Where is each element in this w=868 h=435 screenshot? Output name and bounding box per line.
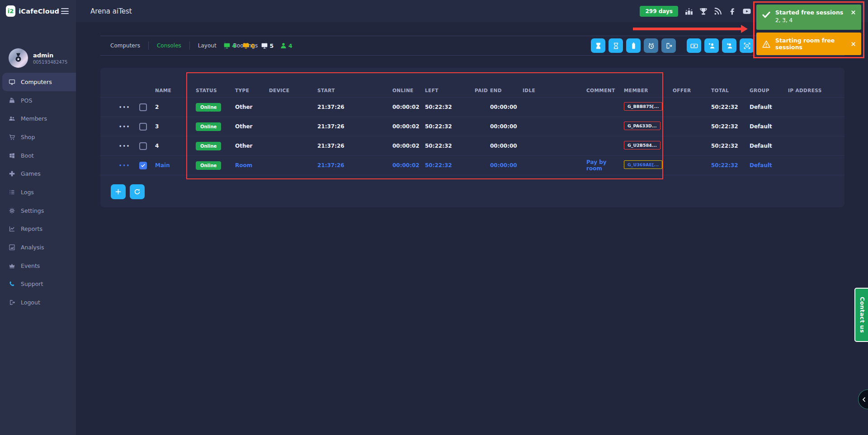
- cell-group: Default: [750, 143, 788, 149]
- member-badge[interactable]: G_BBB875[...: [624, 102, 662, 111]
- cell-left: 50:22:32: [425, 162, 475, 168]
- cell-end: 00:00:00: [490, 123, 523, 130]
- counter-monitor-2: 5: [261, 42, 274, 49]
- rss-icon[interactable]: [713, 7, 722, 16]
- table-row[interactable]: •••4OnlineOther21:37:2600:00:0250:22:320…: [100, 136, 844, 156]
- cell-member: G_U369AE[...: [624, 160, 673, 170]
- user-profile[interactable]: admin 005193482475: [9, 48, 67, 68]
- toast-stack: Started free sessions2, 3, 4Starting roo…: [753, 1, 864, 58]
- contact-us-button[interactable]: Contact us: [854, 288, 868, 342]
- cell-group: Default: [750, 104, 788, 110]
- hourglass-solid-button[interactable]: [591, 38, 605, 53]
- hourglass-outline-button[interactable]: [609, 38, 623, 53]
- cell-member: G_BBB875[...: [624, 102, 673, 112]
- row-checkbox-cell: [139, 142, 155, 150]
- sidebar-item-members[interactable]: Members: [0, 109, 76, 128]
- table-row[interactable]: •••3OnlineOther21:37:2600:00:0250:22:320…: [100, 117, 844, 136]
- social-links: [684, 7, 751, 16]
- cell-status: Online: [196, 142, 235, 150]
- trophy-icon[interactable]: [699, 7, 708, 16]
- status-badge: Online: [196, 161, 221, 170]
- sidebar-item-logs[interactable]: Logs: [0, 183, 76, 201]
- user-info: admin 005193482475: [33, 52, 67, 65]
- sidebar-item-pos[interactable]: POS: [0, 91, 76, 110]
- sidebar-item-computers[interactable]: Computers: [2, 73, 76, 91]
- crown-icon: [9, 262, 21, 269]
- table-row[interactable]: •••MainOnlineRoom21:37:2600:00:0250:22:3…: [100, 156, 844, 175]
- row-actions-button[interactable]: •••: [119, 144, 139, 149]
- sidebar-item-label: Support: [21, 281, 43, 287]
- row-actions-button[interactable]: •••: [119, 163, 139, 168]
- podium-icon[interactable]: [684, 7, 693, 16]
- cell-end: 00:00:00: [490, 162, 523, 168]
- battery-button[interactable]: [626, 38, 641, 53]
- sidebar-item-games[interactable]: Games: [0, 164, 76, 183]
- user-plus-button[interactable]: [722, 38, 736, 53]
- user-star-button[interactable]: [704, 38, 719, 53]
- toast-close-button[interactable]: [850, 41, 857, 47]
- column-header-group: GROUP: [750, 88, 788, 93]
- sidebar-item-reports[interactable]: Reports: [0, 220, 76, 239]
- counter-value: 4: [232, 42, 236, 49]
- exit-button[interactable]: [661, 38, 676, 53]
- column-header-idle: IDLE: [523, 88, 586, 93]
- sidebar-item-support[interactable]: Support: [0, 275, 76, 294]
- sidebar-item-label: Events: [21, 262, 40, 269]
- tab-layout[interactable]: Layout: [190, 42, 225, 49]
- gamepad-icon: [9, 170, 21, 177]
- row-checkbox[interactable]: [139, 142, 147, 150]
- row-checkbox[interactable]: [139, 103, 147, 111]
- column-header-end: END: [490, 88, 523, 93]
- license-days-badge[interactable]: 299 days: [640, 6, 678, 17]
- frame-button[interactable]: [740, 38, 754, 53]
- toast-title: Starting room free sessions: [775, 37, 845, 51]
- toast-close-button[interactable]: [850, 9, 857, 16]
- cell-left: 50:22:32: [425, 123, 475, 130]
- alarm-button[interactable]: [644, 38, 658, 53]
- youtube-icon[interactable]: [742, 7, 751, 16]
- topbar: i2 iCafeCloud Arena aiTest 299 days: [0, 0, 868, 22]
- counter-value: 4: [288, 42, 292, 49]
- row-actions-button[interactable]: •••: [119, 105, 139, 110]
- menu-toggle-button[interactable]: [59, 6, 71, 16]
- app-logo-text: iCafeCloud: [19, 8, 59, 15]
- sidebar-item-shop[interactable]: Shop: [0, 128, 76, 146]
- row-checkbox[interactable]: [139, 123, 147, 131]
- row-actions-button[interactable]: •••: [119, 124, 139, 129]
- sidebar-item-label: Shop: [21, 134, 35, 140]
- cell-member: G_PA633D...: [624, 122, 673, 131]
- cell-member: G_U2B584...: [624, 141, 673, 151]
- row-checkbox[interactable]: [139, 162, 147, 169]
- tab-consoles[interactable]: Consoles: [149, 42, 189, 49]
- facebook-icon[interactable]: [728, 7, 737, 16]
- toast-text: Started free sessions2, 3, 4: [775, 9, 843, 23]
- list-icon: [9, 189, 21, 196]
- users-icon: [9, 115, 21, 122]
- sidebar-item-events[interactable]: Events: [0, 257, 76, 275]
- cell-status: Online: [196, 122, 235, 131]
- member-badge[interactable]: G_U369AE[...: [624, 160, 662, 169]
- table-row[interactable]: •••2OnlineOther21:37:2600:00:0250:22:320…: [100, 98, 844, 117]
- sidebar-item-label: POS: [21, 97, 32, 104]
- table-header-row: NAMESTATUSTYPEDEVICESTARTONLINELEFTPAIDE…: [100, 84, 844, 98]
- cell-end: 00:00:00: [490, 104, 523, 110]
- sidebar-item-settings[interactable]: Settings: [0, 201, 76, 220]
- toolbar-group-1: [591, 38, 676, 53]
- refresh-button[interactable]: [130, 184, 145, 199]
- chart-area-icon: [9, 244, 21, 251]
- sidebar-item-analysis[interactable]: Analysis: [0, 238, 76, 257]
- plus-button[interactable]: [111, 184, 126, 199]
- sidebar-item-boot[interactable]: Boot: [0, 146, 76, 165]
- member-badge[interactable]: G_U2B584...: [624, 141, 660, 150]
- cell-start: 21:37:26: [317, 143, 392, 149]
- tab-computers[interactable]: Computers: [102, 42, 148, 49]
- cash-button[interactable]: [687, 38, 701, 53]
- cell-comment: Pay by room: [586, 159, 624, 172]
- member-badge[interactable]: G_PA633D...: [624, 122, 660, 130]
- cell-status: Online: [196, 161, 235, 170]
- tabbar: ComputersConsolesLayoutBookings 4054: [100, 36, 844, 56]
- sidebar-item-logout[interactable]: Logout: [0, 293, 76, 312]
- sidebar-item-label: Logout: [21, 299, 40, 306]
- counter-value: 0: [251, 42, 255, 49]
- toast-text: Starting room free sessions: [775, 37, 845, 51]
